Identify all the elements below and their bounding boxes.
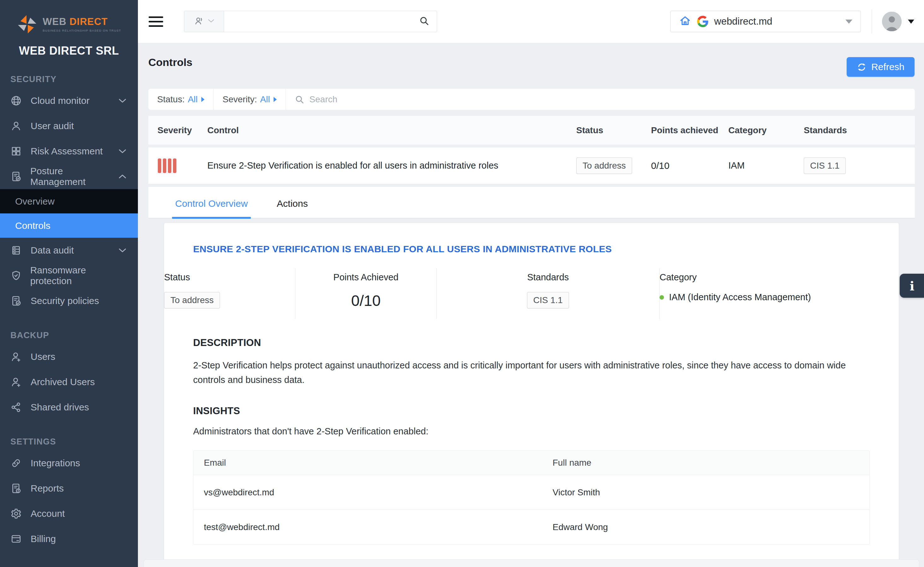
controls-table-header: Severity Control Status Points achieved … bbox=[148, 116, 915, 144]
insights-table-header: Email Full name bbox=[194, 451, 869, 475]
severity-filter-value: All bbox=[260, 95, 270, 104]
document-check-icon bbox=[10, 171, 22, 182]
search-icon[interactable] bbox=[419, 16, 429, 27]
sidebar-item-label: Risk Assessment bbox=[31, 146, 102, 156]
grid-icon bbox=[10, 146, 22, 157]
user-scope-icon bbox=[194, 15, 204, 27]
control-detail-title: ENSURE 2-STEP VERIFICATION IS ENABLED FO… bbox=[193, 244, 870, 254]
arrow-right-icon bbox=[201, 97, 204, 102]
global-search-input[interactable] bbox=[232, 17, 419, 27]
page-title: Controls bbox=[148, 56, 915, 69]
chevron-down-icon bbox=[208, 19, 214, 24]
info-button[interactable]: i bbox=[900, 274, 924, 298]
app-root: WEB DIRECT BUSINESS RELATIONSHIP BASED O… bbox=[0, 0, 924, 567]
sidebar-item-label: Data audit bbox=[31, 245, 74, 256]
sidebar-item-archived-users[interactable]: Archived Users bbox=[0, 369, 138, 395]
caret-down-icon[interactable] bbox=[908, 20, 914, 24]
sidebar-item-label: Shared drives bbox=[31, 402, 89, 413]
chevron-up-icon bbox=[118, 174, 126, 179]
standards-badge[interactable]: CIS 1.1 bbox=[527, 292, 569, 308]
status-label: Status bbox=[164, 272, 295, 283]
menu-icon[interactable] bbox=[148, 17, 163, 27]
sidebar-section-backup: BACKUP bbox=[10, 331, 138, 340]
sidebar-item-risk-assessment[interactable]: Risk Assessment bbox=[0, 138, 138, 164]
sidebar-item-billing[interactable]: Billing bbox=[0, 526, 138, 552]
user-full-name: Edward Wong bbox=[542, 522, 869, 532]
standards-badge[interactable]: CIS 1.1 bbox=[804, 158, 846, 174]
home-icon bbox=[679, 15, 692, 29]
report-document-icon bbox=[10, 483, 22, 494]
brand-logo: WEB DIRECT BUSINESS RELATIONSHIP BASED O… bbox=[0, 14, 138, 35]
policy-document-icon bbox=[10, 295, 22, 307]
tab-control-overview[interactable]: Control Overview bbox=[175, 198, 248, 218]
sidebar-item-label: Users bbox=[31, 351, 55, 362]
sidebar-item-users[interactable]: Users bbox=[0, 344, 138, 369]
user-email: test@webdirect.md bbox=[194, 522, 542, 532]
info-icon: i bbox=[909, 278, 914, 293]
pinwheel-logo-icon bbox=[17, 14, 38, 35]
status-filter[interactable]: Status: All bbox=[148, 89, 214, 110]
tab-actions[interactable]: Actions bbox=[277, 198, 308, 218]
control-name: Ensure 2-Step Verification is enabled fo… bbox=[207, 160, 576, 171]
chevron-down-icon bbox=[118, 248, 126, 253]
insights-intro: Administrators that don't have 2-Step Ve… bbox=[193, 426, 870, 437]
status-badge[interactable]: To address bbox=[576, 158, 632, 174]
sidebar-item-ransomware-protection[interactable]: Ransomware protection bbox=[0, 263, 138, 288]
brand-word-direct: DIRECT bbox=[69, 16, 108, 27]
page-content: Controls Refresh Status: All Severity: A… bbox=[138, 43, 924, 567]
severity-high-icon bbox=[158, 158, 207, 173]
share-icon bbox=[10, 402, 22, 413]
global-search bbox=[184, 11, 437, 32]
domain-selector[interactable]: webdirect.md bbox=[670, 11, 861, 32]
sidebar-item-label: Account bbox=[31, 508, 65, 519]
credit-card-icon bbox=[10, 533, 22, 544]
severity-filter[interactable]: Severity: All bbox=[214, 89, 286, 110]
category-value: IAM bbox=[728, 160, 804, 171]
description-text: 2-Step Verification helps protect agains… bbox=[193, 358, 868, 387]
severity-filter-label: Severity: bbox=[222, 95, 257, 104]
avatar[interactable] bbox=[882, 12, 902, 31]
sidebar-item-label: Billing bbox=[31, 534, 56, 544]
status-filter-value: All bbox=[188, 95, 198, 104]
control-stats: Status To address Points Achieved 0/10 S… bbox=[164, 268, 899, 319]
sidebar-item-reports[interactable]: Reports bbox=[0, 476, 138, 501]
sidebar-subitem-controls[interactable]: Controls bbox=[0, 214, 138, 238]
controls-search-input[interactable] bbox=[309, 95, 906, 104]
col-points: Points achieved bbox=[651, 125, 728, 135]
insights-table-row: vs@webdirect.md Victor Smith bbox=[194, 475, 869, 510]
insights-heading: INSIGHTS bbox=[193, 405, 870, 417]
sidebar-item-shared-drives[interactable]: Shared drives bbox=[0, 395, 138, 420]
brand-tagline: BUSINESS RELATIONSHIP BASED ON TRUST bbox=[43, 29, 121, 32]
sidebar-item-cloud-monitor[interactable]: Cloud monitor bbox=[0, 88, 138, 113]
sidebar-item-integrations[interactable]: Integrations bbox=[0, 451, 138, 476]
sidebar-item-security-policies[interactable]: Security policies bbox=[0, 288, 138, 313]
col-category: Category bbox=[728, 125, 804, 135]
google-icon bbox=[697, 16, 708, 27]
sidebar-subitem-overview[interactable]: Overview bbox=[0, 189, 138, 214]
sidebar-item-account[interactable]: Account bbox=[0, 501, 138, 526]
company-name: WEB DIRECT SRL bbox=[0, 44, 138, 57]
col-full-name: Full name bbox=[542, 458, 869, 468]
search-scope-selector[interactable] bbox=[184, 11, 224, 32]
col-severity: Severity bbox=[148, 125, 207, 135]
refresh-icon bbox=[857, 62, 867, 72]
chevron-down-icon bbox=[118, 98, 126, 103]
col-email: Email bbox=[194, 458, 542, 468]
caret-down-icon bbox=[845, 20, 852, 24]
status-badge[interactable]: To address bbox=[164, 292, 220, 308]
sidebar-item-user-audit[interactable]: User audit bbox=[0, 113, 138, 138]
insights-table-row: test@webdirect.md Edward Wong bbox=[194, 510, 869, 544]
status-filter-label: Status: bbox=[157, 95, 184, 104]
account-menu bbox=[872, 9, 914, 33]
controls-search bbox=[286, 95, 915, 104]
control-table-row[interactable]: Ensure 2-Step Verification is enabled fo… bbox=[148, 147, 915, 184]
sidebar-item-data-audit[interactable]: Data audit bbox=[0, 238, 138, 263]
refresh-button[interactable]: Refresh bbox=[847, 57, 915, 77]
col-status: Status bbox=[576, 125, 651, 135]
col-standards: Standards bbox=[804, 125, 915, 135]
sidebar-item-label: Ransomware protection bbox=[30, 265, 126, 286]
points-label: Points Achieved bbox=[296, 272, 436, 283]
points-value: 0/10 bbox=[651, 160, 728, 171]
sidebar-item-posture-management[interactable]: Posture Management bbox=[0, 164, 138, 189]
topbar: webdirect.md bbox=[138, 0, 924, 43]
